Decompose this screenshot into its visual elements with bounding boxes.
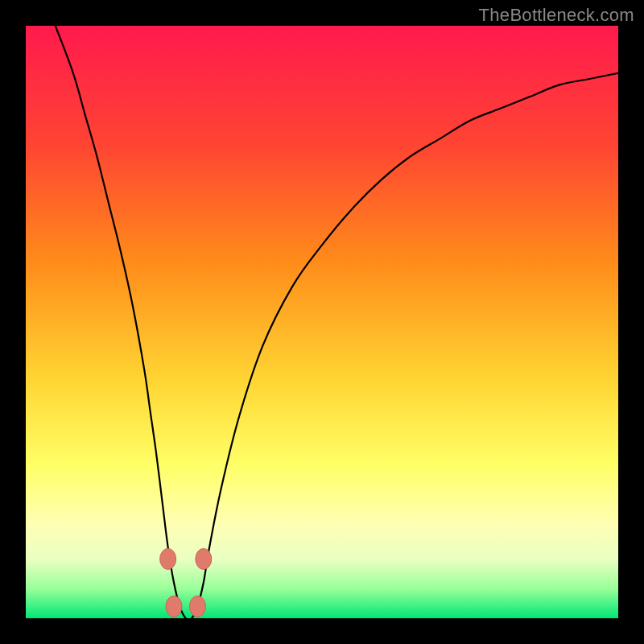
curve-marker-1 (166, 596, 182, 617)
bottleneck-chart (26, 26, 618, 618)
chart-frame (26, 26, 618, 618)
curve-marker-0 (160, 548, 176, 569)
watermark-text: TheBottleneck.com (479, 5, 634, 26)
curve-marker-2 (189, 596, 205, 617)
gradient-background (26, 26, 618, 618)
curve-marker-3 (196, 548, 212, 569)
